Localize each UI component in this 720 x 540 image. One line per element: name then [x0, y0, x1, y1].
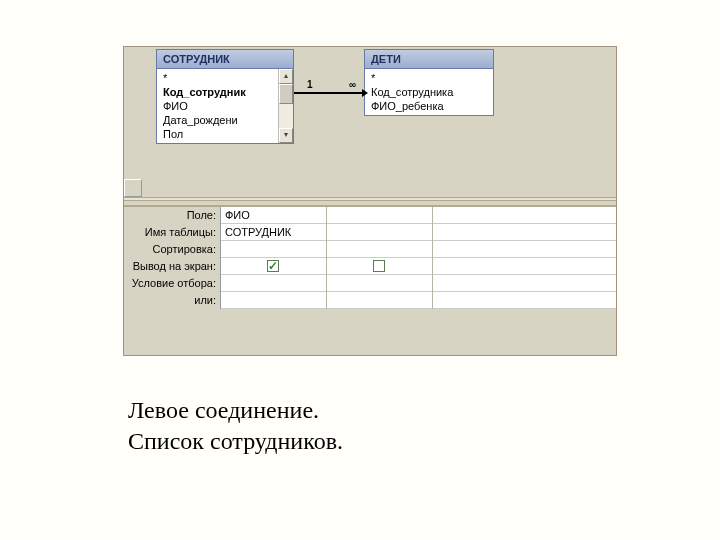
qbe-grid: Поле: Имя таблицы: Сортировка: Вывод на … — [124, 205, 616, 309]
cell-field[interactable] — [327, 207, 432, 224]
grid-column-rest[interactable] — [433, 207, 616, 309]
cell-field[interactable] — [433, 207, 616, 224]
cell-table[interactable] — [433, 224, 616, 241]
table-employee[interactable]: СОТРУДНИК * Код_сотрудник ФИО Дата_рожде… — [156, 49, 294, 144]
scroll-track[interactable] — [279, 84, 293, 128]
cell-or[interactable] — [327, 292, 432, 309]
field-item[interactable]: Код_сотрудника — [365, 85, 493, 99]
show-checkbox[interactable] — [267, 260, 279, 272]
page: СОТРУДНИК * Код_сотрудник ФИО Дата_рожде… — [0, 0, 720, 540]
field-item[interactable]: ФИО — [157, 99, 278, 113]
cell-or[interactable] — [433, 292, 616, 309]
table-children-title[interactable]: ДЕТИ — [365, 50, 493, 69]
field-item[interactable]: ФИО_ребенка — [365, 99, 493, 113]
scroll-thumb[interactable] — [279, 84, 293, 104]
relation-line[interactable] — [294, 92, 366, 94]
field-item[interactable]: Дата_рождени — [157, 113, 278, 127]
cell-sort[interactable] — [221, 241, 326, 258]
cell-show[interactable] — [433, 258, 616, 275]
diagram-pane[interactable]: СОТРУДНИК * Код_сотрудник ФИО Дата_рожде… — [124, 47, 616, 177]
scrollbar[interactable]: ▴ ▾ — [278, 69, 293, 143]
pane-splitter[interactable] — [124, 197, 616, 201]
label-show: Вывод на экран: — [124, 258, 220, 275]
field-item[interactable]: Пол — [157, 127, 278, 141]
scroll-down-icon[interactable]: ▾ — [279, 128, 293, 143]
grid-column-2[interactable] — [327, 207, 433, 309]
row-selector[interactable] — [124, 179, 142, 197]
label-criteria: Условие отбора: — [124, 275, 220, 292]
cell-criteria[interactable] — [433, 275, 616, 292]
relation-arrow-icon — [362, 89, 368, 97]
label-table: Имя таблицы: — [124, 224, 220, 241]
caption-line-2: Список сотрудников. — [128, 426, 343, 457]
cell-or[interactable] — [221, 292, 326, 309]
label-or: или: — [124, 292, 220, 309]
grid-row-labels: Поле: Имя таблицы: Сортировка: Вывод на … — [124, 207, 220, 309]
cell-show[interactable] — [327, 258, 432, 275]
field-item[interactable]: Код_сотрудник — [157, 85, 278, 99]
field-item[interactable]: * — [157, 71, 278, 85]
cell-table[interactable] — [327, 224, 432, 241]
cell-sort[interactable] — [433, 241, 616, 258]
cell-sort[interactable] — [327, 241, 432, 258]
cell-table[interactable]: СОТРУДНИК — [221, 224, 326, 241]
cell-field[interactable]: ФИО — [221, 207, 326, 224]
query-designer: СОТРУДНИК * Код_сотрудник ФИО Дата_рожде… — [123, 46, 617, 356]
field-list-employee[interactable]: * Код_сотрудник ФИО Дата_рождени Пол — [157, 69, 278, 143]
caption: Левое соединение. Список сотрудников. — [128, 395, 343, 457]
caption-line-1: Левое соединение. — [128, 395, 343, 426]
relation-one-label: 1 — [307, 79, 313, 90]
field-item[interactable]: * — [365, 71, 493, 85]
relation-many-label: ∞ — [349, 79, 356, 90]
table-employee-title[interactable]: СОТРУДНИК — [157, 50, 293, 69]
scroll-up-icon[interactable]: ▴ — [279, 69, 293, 84]
cell-criteria[interactable] — [327, 275, 432, 292]
show-checkbox[interactable] — [373, 260, 385, 272]
label-field: Поле: — [124, 207, 220, 224]
cell-criteria[interactable] — [221, 275, 326, 292]
label-sort: Сортировка: — [124, 241, 220, 258]
field-list-children[interactable]: * Код_сотрудника ФИО_ребенка — [365, 69, 493, 115]
grid-column-1[interactable]: ФИО СОТРУДНИК — [221, 207, 327, 309]
table-children[interactable]: ДЕТИ * Код_сотрудника ФИО_ребенка — [364, 49, 494, 116]
cell-show[interactable] — [221, 258, 326, 275]
